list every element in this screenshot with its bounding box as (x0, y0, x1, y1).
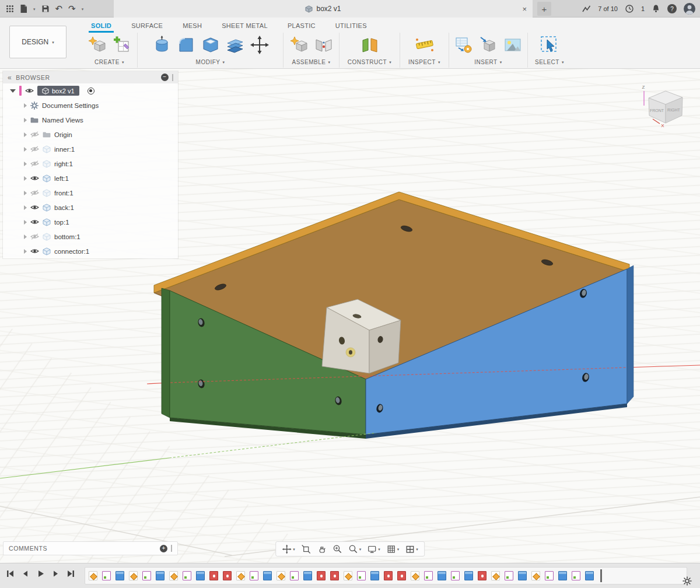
expand-arrow-icon[interactable] (24, 220, 27, 225)
timeline-item-sketch[interactable] (357, 571, 366, 580)
document-tab[interactable]: box2 v1 × (114, 0, 533, 18)
visibility-eye-icon[interactable] (25, 88, 34, 94)
press-pull-icon[interactable] (152, 35, 172, 55)
box-left-panel-end[interactable] (162, 288, 170, 418)
clock-icon[interactable] (625, 4, 634, 13)
group-construct-label[interactable]: CONSTRUCT (348, 59, 387, 65)
zoom-in-button[interactable] (332, 544, 342, 554)
tab-mesh[interactable]: MESH (174, 19, 210, 33)
go-to-end-button[interactable] (66, 569, 75, 578)
browser-item-left[interactable]: left:1 (3, 171, 178, 186)
browser-item-top[interactable]: top:1 (3, 215, 178, 229)
zoom-window-button[interactable] (348, 544, 362, 554)
timeline-item-extrude[interactable] (303, 571, 312, 580)
box-right-panel-end[interactable] (627, 265, 634, 404)
browser-item-connector[interactable]: connector:1 (3, 244, 178, 258)
browser-item-inner[interactable]: inner:1 (3, 142, 178, 156)
sweep-icon[interactable] (225, 35, 245, 55)
timeline-settings-gear-icon[interactable] (682, 576, 692, 588)
grid-display-button[interactable] (386, 544, 400, 554)
timeline-item-sketch[interactable] (250, 571, 258, 580)
shell-icon[interactable] (201, 35, 220, 55)
timeline-feature-strip[interactable] (85, 567, 687, 584)
timeline-item-sketch[interactable] (572, 571, 580, 580)
save-icon[interactable] (41, 5, 50, 13)
tab-sheet-metal[interactable]: SHEET METAL (214, 19, 276, 33)
timeline-item-sketch[interactable] (505, 571, 513, 580)
create-sketch-icon[interactable] (112, 35, 132, 55)
timeline-item-extrude[interactable] (156, 571, 164, 580)
visibility-eye-icon[interactable] (30, 204, 39, 211)
file-menu-icon[interactable] (20, 4, 27, 13)
group-insert-label[interactable]: INSERT (474, 59, 498, 65)
timeline-item-sketch[interactable] (102, 571, 111, 580)
assemble-new-component-icon[interactable] (289, 35, 309, 55)
panel-drag-handle[interactable] (172, 74, 173, 81)
timeline-item-component[interactable] (236, 571, 245, 580)
timeline-item-extrude[interactable] (438, 571, 446, 580)
timeline-item-extrude[interactable] (464, 571, 473, 580)
visibility-eye-off-icon[interactable] (30, 190, 39, 196)
collapse-panel-icon[interactable] (8, 74, 12, 82)
help-button[interactable]: ? (667, 4, 677, 13)
browser-item-right[interactable]: right:1 (3, 156, 178, 171)
pan-hand-button[interactable] (317, 544, 327, 554)
timeline-item-component[interactable] (129, 571, 138, 580)
timeline-item-sketch[interactable] (290, 571, 299, 580)
joint-icon[interactable] (314, 35, 334, 55)
tab-solid[interactable]: SOLID (83, 19, 120, 33)
browser-item-origin[interactable]: Origin (3, 127, 178, 142)
expand-arrow-icon[interactable] (24, 118, 27, 123)
insert-derive-icon[interactable] (454, 35, 474, 55)
browser-item-back[interactable]: back:1 (3, 200, 178, 215)
visibility-eye-off-icon[interactable] (30, 233, 39, 240)
fit-view-button[interactable] (301, 544, 311, 554)
tab-utilities[interactable]: UTILITIES (327, 19, 375, 33)
user-avatar[interactable] (684, 3, 695, 15)
timeline-item-component[interactable] (344, 571, 352, 580)
timeline-item-component[interactable] (531, 571, 540, 580)
timeline-item-component[interactable] (89, 571, 97, 580)
tab-surface[interactable]: SURFACE (123, 19, 171, 33)
file-menu-caret-icon[interactable] (33, 7, 36, 11)
move-copy-icon[interactable] (250, 35, 270, 55)
group-modify-label[interactable]: MODIFY (196, 59, 220, 65)
group-select-label[interactable]: SELECT (535, 59, 559, 65)
viewcube-right-label[interactable]: RIGHT (667, 108, 681, 112)
browser-root-row[interactable]: box2 v1 (3, 83, 178, 98)
browser-header[interactable]: BROWSER − (3, 71, 178, 83)
app-grid-icon[interactable] (6, 5, 14, 13)
add-comment-icon[interactable]: + (160, 545, 167, 552)
measure-icon[interactable] (415, 35, 435, 55)
expand-arrow-icon[interactable] (24, 162, 27, 166)
timeline-item-sketch[interactable] (545, 571, 554, 580)
close-tab-icon[interactable]: × (522, 5, 527, 13)
timeline-item-component[interactable] (411, 571, 419, 580)
expand-arrow-icon[interactable] (24, 147, 27, 152)
go-to-start-button[interactable] (6, 569, 15, 578)
browser-item-document-settings[interactable]: Document Settings (3, 98, 178, 113)
expand-arrow-icon[interactable] (10, 89, 16, 93)
timeline-position-marker[interactable] (600, 569, 602, 582)
activate-component-radio[interactable] (88, 88, 94, 94)
redo-icon[interactable] (68, 4, 76, 14)
visibility-eye-off-icon[interactable] (30, 146, 39, 152)
browser-item-named-views[interactable]: Named Views (3, 113, 178, 127)
viewports-button[interactable] (405, 544, 418, 554)
timeline-item-hole[interactable] (384, 571, 393, 580)
viewcube-front-label[interactable]: FRONT (650, 108, 664, 113)
timeline-item-sketch[interactable] (183, 571, 191, 580)
new-component-icon[interactable] (88, 35, 107, 55)
timeline-item-component[interactable] (276, 571, 285, 580)
timeline-item-sketch[interactable] (424, 571, 433, 580)
expand-arrow-icon[interactable] (24, 249, 27, 254)
step-forward-button[interactable] (51, 569, 60, 578)
visibility-eye-off-icon[interactable] (30, 160, 39, 167)
timeline-item-extrude[interactable] (370, 571, 379, 580)
timeline-item-extrude[interactable] (558, 571, 567, 580)
expand-arrow-icon[interactable] (24, 103, 27, 108)
timeline-item-hole[interactable] (209, 571, 218, 580)
timeline-item-extrude[interactable] (116, 571, 124, 580)
expand-arrow-icon[interactable] (24, 205, 27, 210)
tab-plastic[interactable]: PLASTIC (279, 19, 324, 33)
